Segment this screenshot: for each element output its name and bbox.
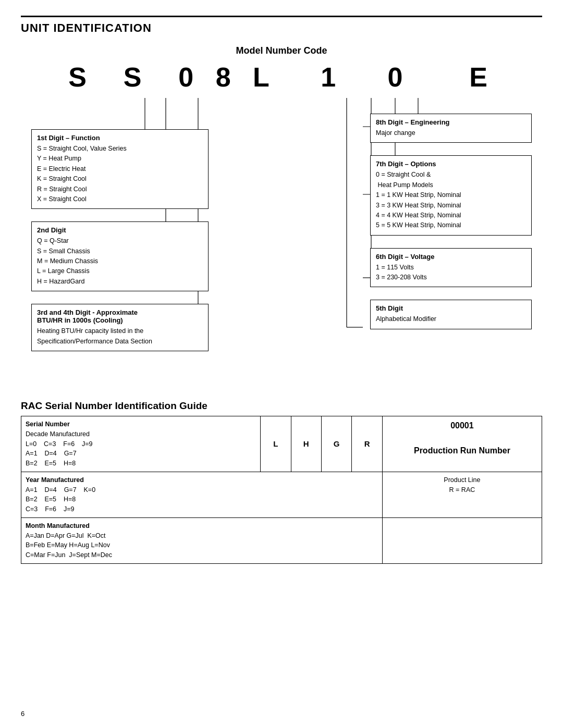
rac-letter-H: H bbox=[291, 416, 321, 472]
box-2nd-digit-title: 2nd Digit bbox=[37, 226, 203, 234]
page-title: UNIT IDENTIFICATION bbox=[21, 21, 542, 35]
page-number: 6 bbox=[21, 710, 25, 718]
rac-serial-label: Serial Number bbox=[26, 421, 70, 428]
box-1st-digit-title: 1st Digit – Function bbox=[37, 134, 203, 142]
rac-cell-production: 00001 Production Run Number bbox=[382, 416, 542, 472]
box-2nd-digit: 2nd Digit Q = Q-Star S = Small Chassis M… bbox=[31, 221, 209, 291]
rac-header: RAC Serial Number Identification Guide bbox=[21, 400, 542, 412]
box-8th-digit-content: Major change bbox=[376, 128, 526, 138]
diagram-area: 1st Digit – Function S = Straight Cool, … bbox=[21, 98, 542, 390]
model-subtitle: Model Number Code bbox=[21, 45, 542, 56]
rac-row-2: Year Manufactured A=1 D=4 G=7 K=0 B=2 E=… bbox=[21, 472, 542, 517]
rac-letter-G: G bbox=[321, 416, 351, 472]
box-7th-digit-content: 0 = Straight Cool & Heat Pump Models 1 =… bbox=[376, 170, 526, 230]
rac-product-line-label: Product LineR = RAC bbox=[444, 476, 480, 493]
box-2nd-digit-content: Q = Q-Star S = Small Chassis M = Medium … bbox=[37, 236, 203, 287]
box-3rd-4th-digit-title: 3rd and 4th Digit - ApproximateBTU/HR in… bbox=[37, 309, 203, 324]
box-3rd-4th-digit-content: Heating BTU/Hr capacity listed in the Sp… bbox=[37, 326, 203, 347]
box-7th-digit-title: 7th Digit – Options bbox=[376, 160, 526, 168]
rac-decade-label: Decade Manufactured bbox=[26, 430, 90, 438]
rac-year-values: A=1 D=4 G=7 K=0 B=2 E=5 H=8 C=3 F=6 J=9 bbox=[26, 486, 95, 513]
rac-letter-L: L bbox=[261, 416, 291, 472]
box-5th-digit-content: Alphabetical Modifier bbox=[376, 314, 526, 324]
box-8th-digit-title: 8th Digit – Engineering bbox=[376, 118, 526, 126]
rac-row-3: Month Manufactured A=Jan D=Apr G=Jul K=O… bbox=[21, 517, 542, 563]
rac-table: Serial Number Decade Manufactured L=0 C=… bbox=[21, 416, 542, 564]
page-header: UNIT IDENTIFICATION bbox=[21, 16, 542, 35]
box-5th-digit: 5th Digit Alphabetical Modifier bbox=[370, 300, 532, 329]
rac-year-label: Year Manufactured bbox=[26, 476, 84, 484]
rac-cell-month: Month Manufactured A=Jan D=Apr G=Jul K=O… bbox=[21, 517, 383, 563]
model-section: Model Number Code S S 0 8 L 1 0 E bbox=[21, 45, 542, 93]
rac-cell-decade: Serial Number Decade Manufactured L=0 C=… bbox=[21, 416, 261, 472]
model-code: S S 0 8 L 1 0 E bbox=[21, 61, 542, 93]
rac-letter-R: R bbox=[352, 416, 382, 472]
box-5th-digit-title: 5th Digit bbox=[376, 304, 526, 312]
box-6th-digit-title: 6th Digit – Voltage bbox=[376, 253, 526, 261]
right-boxes: 8th Digit – Engineering Major change 7th… bbox=[370, 98, 532, 342]
rac-decade-values: L=0 C=3 F=6 J=9 A=1 D=4 G=7 B=2 E=5 H=8 bbox=[26, 440, 93, 467]
rac-cell-product-line: Product LineR = RAC bbox=[382, 472, 542, 517]
rac-month-values: A=Jan D=Apr G=Jul K=Oct B=Feb E=May H=Au… bbox=[26, 532, 112, 559]
box-1st-digit-content: S = Straight Cool, Value Series Y = Heat… bbox=[37, 144, 203, 204]
box-8th-digit: 8th Digit – Engineering Major change bbox=[370, 114, 532, 143]
rac-cell-month-right bbox=[382, 517, 542, 563]
rac-row-1: Serial Number Decade Manufactured L=0 C=… bbox=[21, 416, 542, 472]
box-7th-digit: 7th Digit – Options 0 = Straight Cool & … bbox=[370, 155, 532, 235]
rac-production-number: 00001 bbox=[450, 421, 474, 430]
box-1st-digit: 1st Digit – Function S = Straight Cool, … bbox=[31, 129, 209, 209]
box-6th-digit-content: 1 = 115 Volts 3 = 230-208 Volts bbox=[376, 263, 526, 283]
rac-production-label: Production Run Number bbox=[414, 446, 510, 455]
box-3rd-4th-digit: 3rd and 4th Digit - ApproximateBTU/HR in… bbox=[31, 304, 209, 351]
rac-cell-year: Year Manufactured A=1 D=4 G=7 K=0 B=2 E=… bbox=[21, 472, 383, 517]
left-boxes: 1st Digit – Function S = Straight Cool, … bbox=[31, 98, 209, 364]
box-6th-digit: 6th Digit – Voltage 1 = 115 Volts 3 = 23… bbox=[370, 248, 532, 288]
rac-month-label: Month Manufactured bbox=[26, 522, 90, 529]
